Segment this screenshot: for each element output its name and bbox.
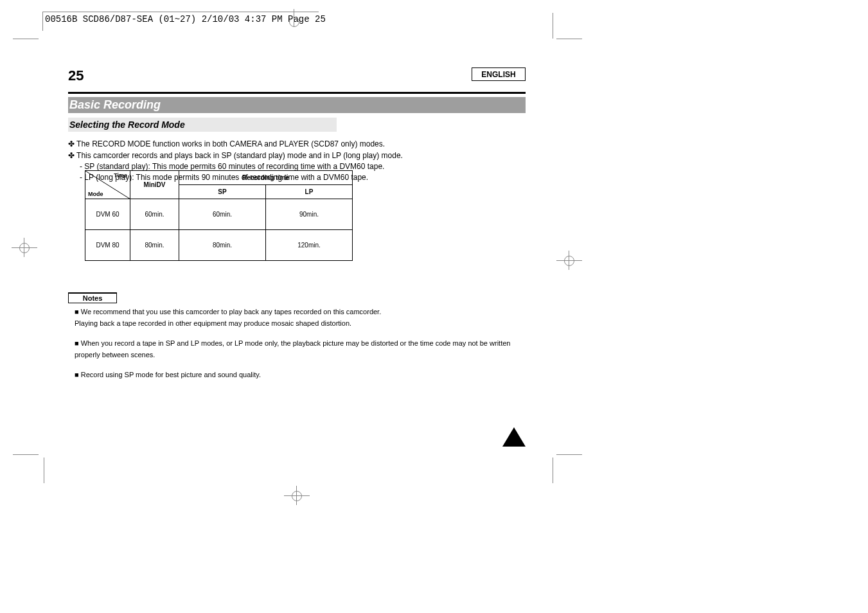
page-number: 25 bbox=[68, 67, 84, 84]
registration-mark-left bbox=[12, 242, 37, 254]
notes-label-box: Notes bbox=[68, 292, 117, 303]
cell-dvm80-label: DVM 80 bbox=[85, 230, 130, 261]
table-header-minidv: MiniDV bbox=[130, 171, 179, 199]
header-rule bbox=[42, 12, 319, 12]
crop-mark bbox=[44, 458, 44, 483]
table-header-lp: LP bbox=[266, 185, 353, 199]
table-header-sp: SP bbox=[179, 185, 266, 199]
crop-mark bbox=[556, 39, 582, 39]
note-item: ■ When you record a tape in SP and LP mo… bbox=[75, 338, 526, 360]
table-row: DVM 60 60min. 60min. 90min. bbox=[85, 199, 353, 230]
table-row: DVM 80 80min. 80min. 120min. bbox=[85, 230, 353, 261]
cell-dvm80-lp: 120min. bbox=[266, 230, 353, 261]
crop-mark bbox=[13, 454, 39, 455]
page-title: Basic Recording bbox=[68, 97, 526, 113]
crop-mark bbox=[553, 13, 553, 39]
page-marker-triangle-icon bbox=[502, 427, 526, 447]
print-header-info: 00516B SCD86/D87-SEA (01~27) 2/10/03 4:3… bbox=[45, 14, 326, 24]
cell-dvm60-lp: 90min. bbox=[266, 199, 353, 230]
recording-time-table: Time Mode MiniDV Recording time SP LP DV… bbox=[85, 170, 353, 261]
table-diag-header: Time Mode bbox=[85, 171, 130, 199]
page-content: ENGLISH 25 Basic Recording Selecting the… bbox=[68, 67, 526, 447]
horizontal-rule bbox=[68, 92, 526, 94]
crop-mark bbox=[13, 39, 39, 39]
sp-desc: SP (standard play): This mode permits 60… bbox=[84, 162, 384, 171]
cell-dvm80-min: 80min. bbox=[130, 230, 179, 261]
registration-mark-bottom bbox=[284, 490, 310, 502]
registration-mark-top bbox=[287, 14, 302, 30]
section-title: Selecting the Record Mode bbox=[68, 118, 337, 132]
language-box: ENGLISH bbox=[472, 67, 526, 81]
cell-dvm60-label: DVM 60 bbox=[85, 199, 130, 230]
notes-list: ■ We recommend that you use this camcord… bbox=[75, 306, 526, 390]
note-item: ■ Record using SP mode for best picture … bbox=[75, 369, 526, 381]
table-header-rectime: Recording time bbox=[179, 171, 353, 185]
body-text-line: ✤ This camcorder records and plays back … bbox=[68, 151, 403, 160]
registration-mark-right bbox=[556, 254, 582, 267]
crop-mark bbox=[553, 458, 553, 483]
cell-dvm60-min: 60min. bbox=[130, 199, 179, 230]
crop-mark bbox=[556, 454, 582, 455]
cell-dvm80-sp: 80min. bbox=[179, 230, 266, 261]
cell-dvm60-sp: 60min. bbox=[179, 199, 266, 230]
body-text: ✤ The RECORD MODE function works in both… bbox=[68, 139, 385, 148]
note-item: ■ We recommend that you use this camcord… bbox=[75, 306, 526, 329]
header-tick bbox=[42, 12, 43, 31]
